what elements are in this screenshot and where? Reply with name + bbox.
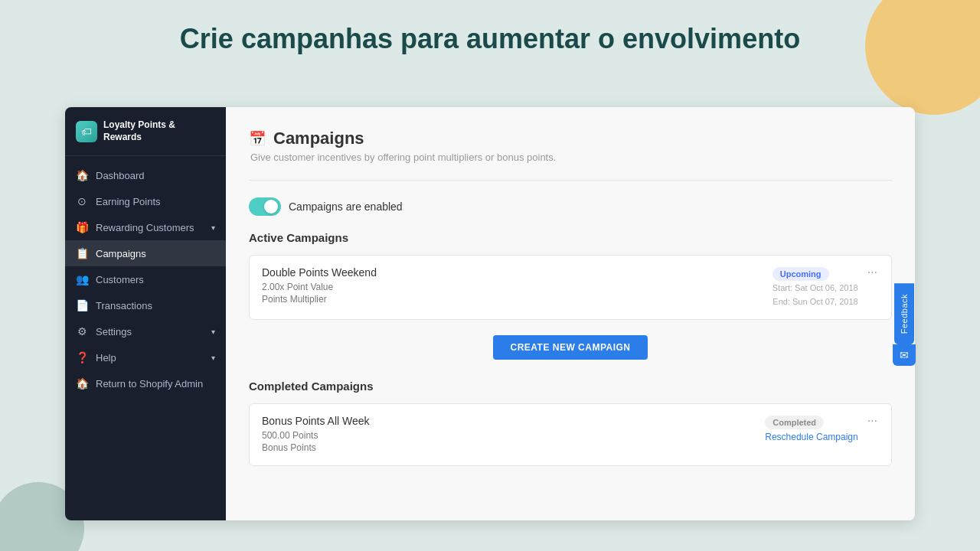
campaign-info: Double Points Weekend 2.00x Point Value … [262,266,377,306]
feedback-button[interactable]: Feedback [894,283,914,344]
chevron-down-icon: ▾ [211,328,215,336]
reschedule-campaign-link[interactable]: Reschedule Campaign [765,432,858,442]
sidebar-item-earning-points[interactable]: ⊙ Earning Points [65,188,226,214]
campaign-status-area: Upcoming Start: Sat Oct 06, 2018 End: Su… [773,266,858,308]
create-campaign-button[interactable]: CREATE NEW CAMPAIGN [493,335,647,360]
sidebar-item-settings[interactable]: ⚙ Settings ▾ [65,318,226,344]
campaign-detail-2: Points Multiplier [262,294,377,305]
help-icon: ❓ [76,351,88,364]
active-campaign-more-button[interactable]: ··· [866,266,879,279]
sidebar: 🏷 Loyalty Points & Rewards 🏠 Dashboard ⊙… [65,107,226,520]
completed-campaign-more-button[interactable]: ··· [866,415,879,427]
chevron-down-icon: ▾ [211,354,215,362]
toggle-row: Campaigns are enabled [249,197,892,216]
feedback-icon-box: ✉ [893,344,916,366]
sidebar-item-label: Return to Shopify Admin [96,378,203,390]
toggle-label: Campaigns are enabled [289,201,403,213]
sidebar-item-customers[interactable]: 👥 Customers [65,266,226,292]
sidebar-item-label: Transactions [96,300,152,311]
main-content: 📅 Campaigns Give customer incentives by … [226,107,915,520]
sidebar-item-label: Earning Points [96,196,161,207]
divider [249,180,892,181]
return-icon: 🏠 [76,377,88,390]
campaigns-enabled-toggle[interactable] [249,197,281,216]
completed-campaign-name: Bonus Points All Week [262,415,370,427]
settings-icon: ⚙ [76,325,88,337]
page-title: Campaigns [273,129,364,148]
completed-campaign-card: Bonus Points All Week 500.00 Points Bonu… [249,403,892,466]
sidebar-item-label: Campaigns [96,248,146,259]
completed-campaign-info: Bonus Points All Week 500.00 Points Bonu… [262,415,370,455]
chevron-down-icon: ▾ [211,223,215,232]
page-subtitle: Give customer incentives by offering poi… [249,152,892,163]
sidebar-item-label: Dashboard [96,170,145,181]
brand-icon: 🏷 [76,121,97,142]
customers-icon: 👥 [76,273,88,285]
completed-badge: Completed [765,416,824,429]
upcoming-badge: Upcoming [773,267,829,281]
sidebar-item-return-shopify[interactable]: 🏠 Return to Shopify Admin [65,370,226,396]
completed-status-area: Completed Reschedule Campaign [765,415,858,442]
campaigns-icon: 📋 [76,247,88,259]
page-title-row: 📅 Campaigns [249,129,892,148]
sidebar-item-dashboard[interactable]: 🏠 Dashboard [65,162,226,188]
sidebar-item-campaigns[interactable]: 📋 Campaigns [65,240,226,266]
completed-campaign-right: Completed Reschedule Campaign ··· [765,415,879,442]
brand-name: Loyalty Points & Rewards [103,119,215,143]
campaign-name: Double Points Weekend [262,266,377,279]
completed-campaign-detail-1: 500.00 Points [262,430,370,441]
feedback-mail-icon: ✉ [900,349,909,361]
feedback-wrapper: Feedback ✉ [893,283,916,366]
sidebar-item-transactions[interactable]: 📄 Transactions [65,292,226,318]
completed-section-heading: Completed Campaigns [249,380,892,393]
toggle-knob [264,200,278,214]
campaign-detail-1: 2.00x Point Value [262,282,377,292]
sidebar-item-rewarding-customers[interactable]: 🎁 Rewarding Customers ▾ [65,214,226,240]
deco-circle-top-right [865,0,980,115]
sidebar-item-label: Customers [96,274,144,285]
app-container: 🏷 Loyalty Points & Rewards 🏠 Dashboard ⊙… [65,107,915,520]
sidebar-item-help[interactable]: ❓ Help ▾ [65,344,226,370]
sidebar-item-label: Help [96,352,116,364]
transactions-icon: 📄 [76,299,88,311]
sidebar-item-label: Settings [96,326,132,337]
dashboard-icon: 🏠 [76,169,88,181]
campaign-right: Upcoming Start: Sat Oct 06, 2018 End: Su… [773,266,879,308]
sidebar-brand: 🏷 Loyalty Points & Rewards [65,107,226,156]
active-section-heading: Active Campaigns [249,231,892,244]
rewarding-icon: 🎁 [76,221,88,233]
sidebar-item-label: Rewarding Customers [96,222,194,233]
completed-campaign-detail-2: Bonus Points [262,442,370,453]
campaigns-title-icon: 📅 [249,130,266,147]
earning-icon: ⊙ [76,195,88,207]
create-btn-row: CREATE NEW CAMPAIGN [249,335,892,360]
campaign-dates: Start: Sat Oct 06, 2018 End: Sun Oct 07,… [773,282,858,308]
active-campaign-card: Double Points Weekend 2.00x Point Value … [249,255,892,320]
page-heading: Crie campanhas para aumentar o envolvime… [0,23,980,55]
sidebar-nav: 🏠 Dashboard ⊙ Earning Points 🎁 Rewarding… [65,156,226,520]
